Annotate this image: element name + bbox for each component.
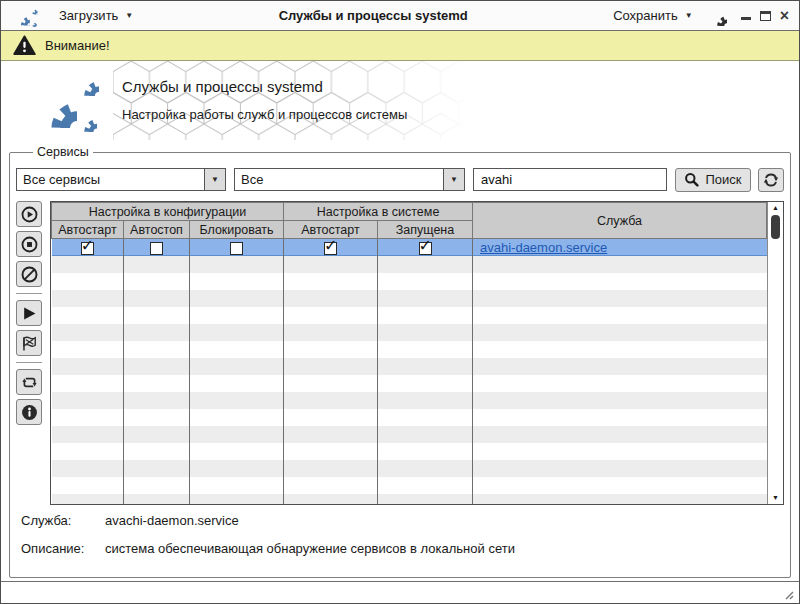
table-cell-empty (284, 392, 378, 409)
resize-grip-icon[interactable] (781, 587, 794, 600)
chevron-down-icon: ▼ (211, 176, 219, 184)
running-checkbox[interactable]: ✓ (419, 242, 432, 255)
service-info-button[interactable] (16, 399, 42, 425)
table-cell-empty (124, 256, 190, 273)
table-cell-empty (190, 341, 284, 358)
dropdown-button[interactable]: ▼ (443, 169, 464, 190)
table-cell-empty (473, 392, 767, 409)
table-cell-empty (124, 409, 190, 426)
table-cell-empty (378, 307, 473, 324)
services-table: Настройка в конфигурации Настройка в сис… (51, 202, 767, 504)
warning-text: Внимание! (45, 38, 110, 53)
title-bar: Загрузить ▼ Службы и процессы systemd Со… (1, 1, 799, 31)
scroll-down-icon[interactable]: ▼ (772, 494, 779, 502)
table-cell-empty (52, 460, 124, 477)
table-cell-empty (190, 426, 284, 443)
autostart-system-checkbox[interactable]: ✓ (324, 242, 337, 255)
services-table-viewport: Настройка в конфигурации Настройка в сис… (51, 202, 767, 504)
table-cell-empty (190, 460, 284, 477)
service-toolbar (16, 201, 43, 499)
table-cell-empty (52, 290, 124, 307)
start-service-circled-button[interactable] (16, 201, 42, 227)
description-value: система обеспечивающая обнаружение серви… (105, 541, 515, 556)
table-cell-empty (378, 460, 473, 477)
chevron-down-icon: ▼ (125, 12, 133, 20)
table-row-selected[interactable]: ✓ ✓ ✓ avahi-daemon.service (52, 239, 767, 256)
search-input[interactable] (473, 168, 667, 191)
table-cell-empty (190, 375, 284, 392)
save-menu-label: Сохранить (613, 8, 678, 23)
scrollbar-thumb[interactable] (771, 215, 780, 239)
column-header-service[interactable]: Служба (473, 203, 767, 239)
table-cell-empty (378, 443, 473, 460)
table-cell-empty (52, 324, 124, 341)
table-cell-empty (473, 477, 767, 494)
service-filter-dropdown[interactable]: Все сервисы ▼ (16, 168, 226, 191)
checkbox-cell (124, 239, 190, 256)
table-cell-empty (284, 460, 378, 477)
scroll-up-icon[interactable]: ▲ (772, 204, 779, 212)
table-cell-empty (284, 409, 378, 426)
run-service-icon (21, 305, 38, 322)
settings-gear-icon[interactable] (707, 6, 727, 26)
group-header-config[interactable]: Настройка в конфигурации (52, 203, 284, 221)
flag-service-icon (21, 335, 38, 352)
table-cell-empty (124, 494, 190, 505)
warning-triangle-icon (13, 35, 36, 56)
table-cell-empty (284, 494, 378, 505)
table-row-empty (52, 477, 767, 494)
service-value: avachi-daemon.service (105, 513, 239, 528)
table-row-empty (52, 426, 767, 443)
autostop-checkbox[interactable] (150, 242, 163, 255)
table-cell-empty (190, 392, 284, 409)
table-cell-empty (284, 375, 378, 392)
table-cell-empty (284, 341, 378, 358)
vertical-scrollbar[interactable]: ▲ ▼ (767, 202, 783, 504)
table-cell-empty (473, 358, 767, 375)
table-cell-empty (52, 426, 124, 443)
close-button[interactable]: × (780, 9, 789, 23)
ban-service-button[interactable] (16, 261, 42, 287)
column-header-block[interactable]: Блокировать (190, 221, 284, 239)
table-row-empty (52, 375, 767, 392)
app-window: Загрузить ▼ Службы и процессы systemd Со… (0, 0, 800, 604)
table-cell-empty (284, 273, 378, 290)
dropdown-button[interactable]: ▼ (204, 169, 225, 190)
table-cell-empty (378, 256, 473, 273)
checkbox-cell (190, 239, 284, 256)
checkmark-icon: ✓ (419, 236, 432, 255)
minimize-button[interactable] (741, 17, 751, 20)
load-menu-button[interactable]: Загрузить ▼ (55, 6, 137, 25)
autostart-config-checkbox[interactable]: ✓ (81, 242, 94, 255)
table-cell-empty (52, 341, 124, 358)
table-cell-empty (378, 426, 473, 443)
group-header-system[interactable]: Настройка в системе (284, 203, 473, 221)
maximize-button[interactable] (760, 11, 771, 21)
table-cell-empty (52, 256, 124, 273)
refresh-button[interactable] (758, 168, 784, 192)
table-empty-rows (52, 256, 767, 505)
run-service-button[interactable] (16, 300, 42, 326)
header-subtitle: Настройка работы служб и процессов систе… (122, 107, 407, 122)
table-cell-empty (473, 256, 767, 273)
table-cell-empty (124, 375, 190, 392)
table-cell-empty (124, 392, 190, 409)
table-cell-empty (52, 375, 124, 392)
flag-service-button[interactable] (16, 330, 42, 356)
restart-service-button[interactable] (16, 369, 42, 395)
service-description-row: Описание: система обеспечивающая обнаруж… (21, 541, 781, 556)
toolbar-separator (16, 293, 42, 294)
table-row-empty (52, 273, 767, 290)
stop-service-circled-button[interactable] (16, 231, 42, 257)
save-menu-button[interactable]: Сохранить ▼ (609, 6, 697, 25)
table-cell-empty (124, 290, 190, 307)
table-cell-empty (190, 358, 284, 375)
table-cell-empty (378, 375, 473, 392)
state-filter-dropdown[interactable]: Все ▼ (234, 168, 465, 191)
block-checkbox[interactable] (230, 242, 243, 255)
column-header-autostop[interactable]: Автостоп (124, 221, 190, 239)
table-cell-empty (378, 392, 473, 409)
search-button[interactable]: Поиск (675, 168, 751, 192)
service-link[interactable]: avahi-daemon.service (473, 240, 607, 255)
table-cell-empty (378, 341, 473, 358)
